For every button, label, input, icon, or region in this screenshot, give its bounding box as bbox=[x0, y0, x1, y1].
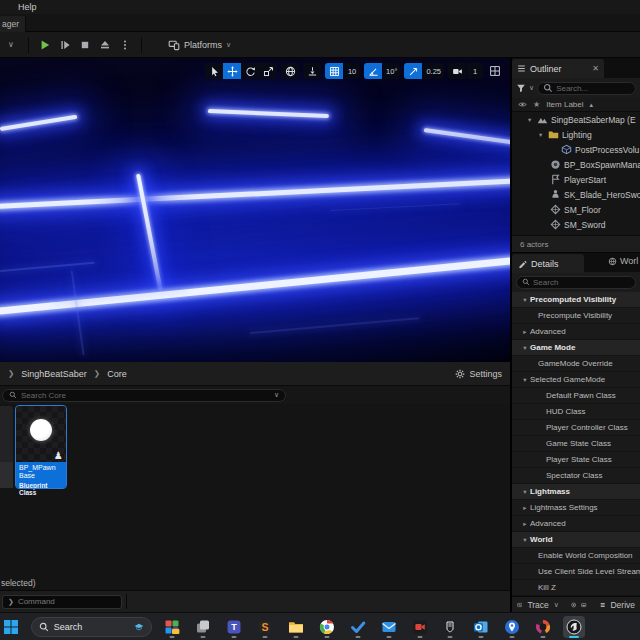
taskbar-icon-outlook[interactable] bbox=[470, 616, 492, 638]
close-icon[interactable]: ✕ bbox=[592, 64, 599, 73]
image-folder-icon[interactable] bbox=[581, 600, 586, 610]
taskbar-icon-mail[interactable] bbox=[378, 616, 400, 638]
expand-arrow-icon[interactable]: ▾ bbox=[520, 536, 530, 544]
details-category-lightmass[interactable]: ▾Lightmass bbox=[512, 484, 640, 500]
chevron-down-icon[interactable]: ∨ bbox=[554, 601, 559, 609]
trace-label[interactable]: Trace bbox=[527, 600, 548, 610]
help-menu[interactable]: Help bbox=[18, 2, 37, 12]
filter-icon[interactable] bbox=[516, 83, 526, 93]
item-label-column[interactable]: Item Label bbox=[546, 100, 583, 109]
tab-world-settings[interactable]: Worl bbox=[608, 256, 638, 266]
coordinate-space-toggle[interactable] bbox=[281, 63, 299, 79]
surface-snapping-button[interactable] bbox=[303, 63, 321, 79]
outliner-row-postprocessvolu[interactable]: PostProcessVolu bbox=[512, 142, 640, 157]
rotation-snap-toggle[interactable] bbox=[364, 63, 382, 79]
details-row-spectator-class[interactable]: Spectator Class bbox=[512, 468, 640, 484]
level-viewport[interactable]: 10 10° 0.25 1 bbox=[0, 58, 510, 362]
outliner-search-input[interactable]: Search... bbox=[537, 82, 636, 95]
platforms-dropdown[interactable]: Platforms ∨ bbox=[162, 39, 237, 51]
taskbar-icon-unreal-editor[interactable] bbox=[563, 616, 585, 638]
taskbar-search-box[interactable]: Search bbox=[31, 617, 153, 637]
expand-arrow-icon[interactable]: ▾ bbox=[520, 376, 530, 384]
details-row-precompute-visibility[interactable]: Precompute Visibility bbox=[512, 308, 640, 324]
eject-button[interactable] bbox=[95, 35, 115, 55]
content-browser-settings-button[interactable]: Settings bbox=[455, 369, 502, 379]
chevron-down-icon[interactable]: ∨ bbox=[529, 84, 534, 92]
play-button[interactable] bbox=[35, 35, 55, 55]
scale-snap-toggle[interactable] bbox=[404, 63, 422, 79]
outliner-row-sk-blade-heroswo[interactable]: SK_Blade_HeroSwo bbox=[512, 187, 640, 202]
camera-speed-value[interactable]: 1 bbox=[467, 63, 483, 79]
windows-start-button[interactable] bbox=[0, 616, 22, 638]
outliner-row-bp-boxspawnmana[interactable]: BP_BoxSpawnMana bbox=[512, 157, 640, 172]
details-row-default-pawn-class[interactable]: Default Pawn Class bbox=[512, 388, 640, 404]
grid-snap-value[interactable]: 10 bbox=[344, 63, 360, 79]
details-row-enable-world-composition[interactable]: Enable World Composition bbox=[512, 548, 640, 564]
taskbar-icon-epic-games[interactable] bbox=[440, 616, 462, 638]
taskbar-icon-chrome[interactable] bbox=[316, 616, 338, 638]
outliner-row-playerstart[interactable]: PlayerStart bbox=[512, 172, 640, 187]
taskbar-icon-teams[interactable]: T bbox=[223, 616, 245, 638]
star-icon[interactable]: ★ bbox=[533, 100, 540, 109]
taskbar-icon-office-hub[interactable] bbox=[161, 616, 183, 638]
expand-arrow-icon[interactable]: ▾ bbox=[520, 344, 530, 352]
details-search-input[interactable]: Search bbox=[516, 276, 636, 289]
breadcrumb-folder-current[interactable]: Core bbox=[107, 369, 127, 379]
taskbar-icon-file-explorer[interactable] bbox=[285, 616, 307, 638]
expand-arrow-icon[interactable]: ▸ bbox=[520, 328, 530, 336]
expand-arrow-icon[interactable]: ▸ bbox=[520, 520, 530, 528]
eye-icon[interactable] bbox=[518, 100, 527, 109]
expand-arrow-icon[interactable]: ▾ bbox=[528, 116, 537, 124]
tab-details[interactable]: Details bbox=[512, 254, 584, 273]
outliner-row-lighting[interactable]: ▾Lighting bbox=[512, 127, 640, 142]
grid-snap-toggle[interactable] bbox=[325, 63, 343, 79]
details-category-precomputed-visibility[interactable]: ▾Precomputed Visibility bbox=[512, 292, 640, 308]
details-row-lightmass-settings[interactable]: ▸Lightmass Settings bbox=[512, 500, 640, 516]
breadcrumb-folder[interactable]: SinghBeatSaber bbox=[21, 369, 87, 379]
chevron-down-icon[interactable]: ∨ bbox=[8, 40, 22, 49]
chevron-down-icon[interactable]: ∨ bbox=[274, 391, 279, 399]
details-row-game-state-class[interactable]: Game State Class bbox=[512, 436, 640, 452]
outliner-row-sm-sword[interactable]: SM_Sword bbox=[512, 217, 640, 232]
details-row-player-state-class[interactable]: Player State Class bbox=[512, 452, 640, 468]
details-category-game-mode[interactable]: ▾Game Mode bbox=[512, 340, 640, 356]
console-command-input[interactable]: ❯ Command bbox=[2, 595, 122, 609]
rotate-tool-button[interactable] bbox=[241, 63, 259, 79]
tab-outliner[interactable]: Outliner ✕ bbox=[512, 59, 604, 78]
derived-data-label[interactable]: Derive bbox=[610, 600, 635, 610]
select-tool-button[interactable] bbox=[205, 63, 223, 79]
taskbar-icon-screen-recorder[interactable] bbox=[409, 616, 431, 638]
details-category-world[interactable]: ▾World bbox=[512, 532, 640, 548]
details-row-hud-class[interactable]: HUD Class bbox=[512, 404, 640, 420]
taskbar-icon-s-app[interactable]: S bbox=[254, 616, 276, 638]
asset-tile-bp-mpawn-base[interactable]: ♟ BP_MPawn Base Blueprint Class bbox=[16, 406, 66, 488]
viewport-layout-button[interactable] bbox=[487, 63, 503, 79]
expand-arrow-icon[interactable]: ▾ bbox=[539, 131, 548, 139]
derived-data-icon[interactable] bbox=[600, 600, 605, 610]
asset-tile-partial[interactable] bbox=[0, 406, 13, 488]
rotation-snap-value[interactable]: 10° bbox=[383, 63, 400, 79]
outliner-row-sm-floor[interactable]: SM_Floor bbox=[512, 202, 640, 217]
play-options-button[interactable] bbox=[115, 35, 135, 55]
details-row-gamemode-override[interactable]: GameMode Override bbox=[512, 356, 640, 372]
taskbar-icon-pin-app[interactable] bbox=[501, 616, 523, 638]
details-row-advanced[interactable]: ▸Advanced bbox=[512, 516, 640, 532]
details-row-selected-gamemode[interactable]: ▾Selected GameMode bbox=[512, 372, 640, 388]
details-row-use-client-side-level-streaming-volum[interactable]: Use Client Side Level Streaming Volum bbox=[512, 564, 640, 580]
screenshot-icon[interactable] bbox=[571, 600, 576, 610]
stop-button[interactable] bbox=[75, 35, 95, 55]
taskbar-icon-task-view[interactable] bbox=[192, 616, 214, 638]
expand-arrow-icon[interactable]: ▾ bbox=[520, 488, 530, 496]
expand-arrow-icon[interactable]: ▸ bbox=[520, 504, 530, 512]
frame-skip-button[interactable] bbox=[55, 35, 75, 55]
asset-search-input[interactable]: Search Core ∨ bbox=[2, 389, 286, 402]
scale-tool-button[interactable] bbox=[259, 63, 277, 79]
scale-snap-value[interactable]: 0.25 bbox=[423, 63, 444, 79]
camera-speed-button[interactable] bbox=[448, 63, 466, 79]
details-row-player-controller-class[interactable]: Player Controller Class bbox=[512, 420, 640, 436]
trace-icon[interactable] bbox=[517, 600, 522, 610]
outliner-row-singbeatsabermap-e[interactable]: ▾SingBeatSaberMap (E bbox=[512, 112, 640, 127]
expand-arrow-icon[interactable]: ▾ bbox=[520, 296, 530, 304]
taskbar-icon-jetbrains-app[interactable] bbox=[532, 616, 554, 638]
details-row-kill-z[interactable]: Kill Z bbox=[512, 580, 640, 596]
